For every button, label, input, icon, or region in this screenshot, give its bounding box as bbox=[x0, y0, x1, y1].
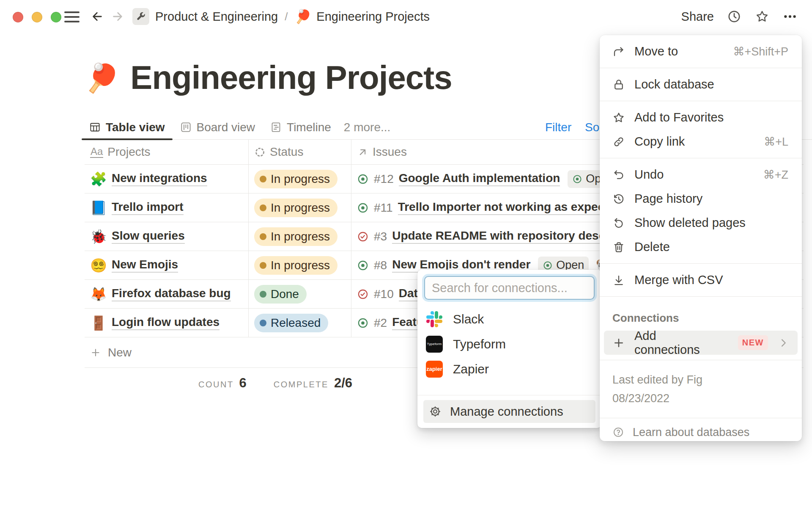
menu-item-lock-database[interactable]: Lock database bbox=[600, 72, 802, 97]
tab-label: Board view bbox=[197, 121, 255, 134]
column-label: Issues bbox=[373, 145, 407, 159]
count-aggregate[interactable]: COUNT 6 bbox=[198, 375, 247, 391]
popup-divider bbox=[417, 395, 601, 395]
project-page-link[interactable]: 🚪 Login flow updates bbox=[90, 315, 219, 331]
connections-list: Slack Typeform Typeform zapier Zapier bbox=[417, 306, 601, 381]
board-view-icon bbox=[180, 121, 192, 133]
back-icon[interactable] bbox=[91, 10, 104, 23]
more-options-icon[interactable] bbox=[782, 9, 798, 24]
project-page-link[interactable]: 📘 Trello import bbox=[90, 200, 184, 216]
breadcrumb-page[interactable]: 🏓 Engineering Projects bbox=[294, 10, 430, 24]
status-pill[interactable]: In progress bbox=[254, 256, 337, 275]
history-icon bbox=[612, 193, 625, 205]
status-dot-icon bbox=[260, 291, 266, 298]
sidebar-toggle-icon[interactable] bbox=[64, 11, 80, 22]
menu-item-add-to-favorites[interactable]: Add to Favorites bbox=[600, 105, 802, 130]
teamspace-icon[interactable] bbox=[132, 8, 149, 25]
trash-icon bbox=[612, 241, 625, 254]
add-connections-item[interactable]: Add connections NEW bbox=[604, 331, 798, 355]
typeform-logo-icon: Typeform bbox=[426, 336, 443, 353]
count-value: 6 bbox=[239, 375, 247, 391]
tab-label: Timeline bbox=[287, 121, 331, 134]
connection-option-zapier[interactable]: zapier Zapier bbox=[417, 356, 601, 381]
issue-state-icon bbox=[357, 173, 369, 185]
minimize-window-button[interactable] bbox=[32, 12, 42, 22]
status-pill[interactable]: Done bbox=[254, 285, 307, 304]
issue-link[interactable]: #11 Trello Importer not working as expec bbox=[357, 200, 604, 215]
status-label: Done bbox=[271, 287, 299, 301]
project-page-link[interactable]: 🧩 New integrations bbox=[90, 171, 207, 187]
menu-item-undo[interactable]: Undo ⌘+Z bbox=[600, 163, 802, 187]
menu-item-delete[interactable]: Delete bbox=[600, 235, 802, 259]
manage-connections-label: Manage connections bbox=[450, 405, 563, 419]
project-page-link[interactable]: 🦊 Firefox database bug bbox=[90, 286, 231, 302]
slack-logo-icon bbox=[426, 311, 443, 328]
project-title: Login flow updates bbox=[112, 315, 219, 330]
column-header-projects[interactable]: Aa Projects bbox=[85, 140, 248, 164]
connection-option-typeform[interactable]: Typeform Typeform bbox=[417, 331, 601, 356]
status-dot-icon bbox=[260, 233, 266, 240]
project-title: New Emojis bbox=[112, 258, 178, 273]
status-dot-icon bbox=[260, 262, 266, 269]
zoom-window-button[interactable] bbox=[51, 12, 61, 22]
page-emoji-icon: 🏓 bbox=[294, 10, 311, 23]
manage-connections-item[interactable]: Manage connections bbox=[423, 400, 595, 423]
move-to-icon bbox=[612, 45, 625, 58]
menu-item-merge-with-csv[interactable]: Merge with CSV bbox=[600, 268, 802, 292]
tab-board-view[interactable]: Board view bbox=[173, 115, 263, 139]
menu-item-show-deleted-pages[interactable]: Show deleted pages bbox=[600, 211, 802, 235]
count-label: COUNT bbox=[198, 380, 234, 389]
project-page-link[interactable]: 🐞 Slow queries bbox=[90, 229, 185, 245]
issue-state-icon bbox=[357, 202, 369, 214]
status-pill[interactable]: Released bbox=[254, 314, 328, 332]
filter-button[interactable]: Filter bbox=[545, 115, 571, 139]
project-title: New integrations bbox=[112, 171, 207, 186]
breadcrumb-team[interactable]: Product & Engineering bbox=[155, 10, 278, 24]
forward-icon[interactable] bbox=[111, 10, 124, 23]
topbar-actions: Share bbox=[681, 0, 798, 33]
tab-table-view[interactable]: Table view bbox=[82, 115, 173, 139]
link-icon bbox=[612, 135, 625, 148]
download-icon bbox=[612, 274, 625, 287]
page-title-emoji[interactable]: 🏓 bbox=[85, 64, 119, 92]
relation-arrow-icon bbox=[357, 146, 368, 158]
issue-link[interactable]: #12 Google Auth implementation Ope bbox=[357, 170, 612, 188]
menu-divider bbox=[600, 263, 802, 264]
page-title[interactable]: Engineering Projects bbox=[130, 58, 452, 97]
issue-link[interactable]: #3 Update README with repository desc bbox=[357, 229, 605, 244]
complete-aggregate[interactable]: COMPLETE 2/6 bbox=[274, 375, 352, 391]
tab-label: Table view bbox=[106, 121, 165, 134]
status-pill[interactable]: In progress bbox=[254, 199, 337, 217]
close-window-button[interactable] bbox=[13, 12, 23, 22]
more-views-button[interactable]: 2 more... bbox=[339, 115, 395, 139]
zapier-logo-icon: zapier bbox=[426, 361, 443, 378]
learn-about-databases-link[interactable]: Learn about databases bbox=[600, 422, 802, 442]
issue-link[interactable]: #2 Featu bbox=[357, 315, 424, 330]
issue-number: #2 bbox=[374, 316, 387, 330]
favorite-star-icon[interactable] bbox=[754, 9, 770, 24]
column-label: Status bbox=[270, 145, 303, 159]
project-emoji-icon: 📘 bbox=[90, 200, 105, 216]
connections-search-input[interactable] bbox=[424, 276, 595, 300]
status-dot-icon bbox=[260, 176, 266, 182]
issue-number: #10 bbox=[374, 287, 394, 301]
issue-link[interactable]: #10 Dat bbox=[357, 287, 418, 301]
status-label: In progress bbox=[271, 230, 330, 243]
project-page-link[interactable]: 😵‍💫 New Emojis bbox=[90, 257, 178, 273]
sort-button[interactable]: So bbox=[585, 115, 599, 139]
column-header-status[interactable]: Status bbox=[248, 140, 351, 164]
status-pill[interactable]: In progress bbox=[254, 170, 337, 188]
database-options-menu: Move to ⌘+Shift+P Lock database Add to F… bbox=[600, 35, 802, 441]
menu-item-copy-link[interactable]: Copy link ⌘+L bbox=[600, 130, 802, 154]
status-property-icon bbox=[254, 146, 266, 158]
menu-item-page-history[interactable]: Page history bbox=[600, 187, 802, 211]
menu-divider bbox=[600, 418, 802, 418]
menu-item-move-to[interactable]: Move to ⌘+Shift+P bbox=[600, 39, 802, 64]
status-pill[interactable]: In progress bbox=[254, 227, 337, 246]
share-button[interactable]: Share bbox=[681, 10, 714, 24]
updates-clock-icon[interactable] bbox=[727, 9, 742, 24]
tab-timeline[interactable]: Timeline bbox=[263, 115, 339, 139]
complete-label: COMPLETE bbox=[274, 380, 329, 389]
issue-state-icon bbox=[357, 260, 369, 271]
connection-option-slack[interactable]: Slack bbox=[417, 306, 601, 331]
